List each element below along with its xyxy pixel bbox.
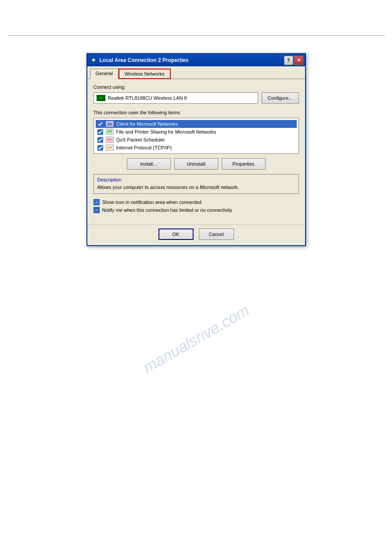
checkbox-icon-0: ✓ bbox=[94, 199, 100, 205]
title-bar-buttons: ? ✕ bbox=[284, 56, 303, 65]
action-buttons: Install... Uninstall Properties bbox=[94, 158, 299, 170]
item-checkbox-0[interactable] bbox=[97, 121, 103, 127]
network-icon bbox=[106, 121, 114, 127]
svg-rect-4 bbox=[108, 132, 111, 134]
bottom-checkboxes: ✓ Show icon in notification area when co… bbox=[94, 199, 299, 213]
adapter-icon bbox=[97, 95, 105, 101]
dialog-title: Local Area Connection 2 Properties bbox=[100, 57, 284, 63]
protocol-icon bbox=[106, 145, 114, 151]
bottom-check-row-1: ✓ Notify me when this connection has lim… bbox=[94, 207, 299, 213]
configure-button[interactable]: Configure... bbox=[262, 92, 299, 104]
watermark: manualsrive.com bbox=[140, 301, 252, 377]
title-icon: ✦ bbox=[90, 57, 97, 64]
top-rule bbox=[7, 35, 385, 36]
help-button[interactable]: ? bbox=[284, 56, 293, 65]
tab-bar: General Wireless Networks bbox=[87, 66, 305, 79]
items-list: Client for Microsoft Networks File and P… bbox=[94, 118, 299, 154]
connect-using-label: Connect using: bbox=[94, 84, 299, 90]
svg-rect-1 bbox=[108, 122, 111, 123]
list-item[interactable]: Client for Microsoft Networks bbox=[96, 120, 297, 128]
item-checkbox-2[interactable] bbox=[97, 137, 103, 143]
dialog-window: ✦ Local Area Connection 2 Properties ? ✕… bbox=[86, 53, 306, 246]
list-item[interactable]: File and Printer Sharing for Microsoft N… bbox=[96, 128, 297, 136]
description-legend: Description bbox=[97, 177, 295, 182]
title-bar: ✦ Local Area Connection 2 Properties ? ✕ bbox=[87, 54, 305, 66]
description-group: Description Allows your computer to acce… bbox=[94, 174, 299, 194]
list-item[interactable]: QoS Packet Scheduler bbox=[96, 136, 297, 144]
tab-general[interactable]: General bbox=[90, 69, 119, 79]
dialog-body: Connect using: Realtek RTL8188CU Wireles… bbox=[87, 79, 305, 225]
cancel-button[interactable]: Cancel bbox=[199, 229, 234, 240]
uninstall-button[interactable]: Uninstall bbox=[174, 158, 218, 170]
item-checkbox-3[interactable] bbox=[97, 145, 103, 151]
checkbox-icon-1: ✓ bbox=[94, 207, 100, 213]
close-button[interactable]: ✕ bbox=[294, 56, 303, 65]
list-item[interactable]: Internet Protocol (TCP/IP) bbox=[96, 144, 297, 152]
item-checkbox-1[interactable] bbox=[97, 129, 103, 135]
tab-wireless-networks[interactable]: Wireless Networks bbox=[119, 69, 171, 79]
ok-cancel-row: OK Cancel bbox=[87, 225, 305, 245]
svg-rect-3 bbox=[108, 130, 111, 131]
description-text: Allows your computer to access resources… bbox=[97, 184, 295, 191]
printer-icon bbox=[106, 129, 114, 135]
adapter-name: Realtek RTL8188CU Wireless LAN 8 bbox=[108, 95, 187, 101]
properties-button[interactable]: Properties bbox=[222, 158, 266, 170]
items-label: This connection uses the following items… bbox=[94, 110, 299, 115]
install-button[interactable]: Install... bbox=[127, 158, 171, 170]
adapter-box: Realtek RTL8188CU Wireless LAN 8 bbox=[94, 92, 258, 104]
bottom-check-row-0: ✓ Show icon in notification area when co… bbox=[94, 199, 299, 205]
connect-using-row: Realtek RTL8188CU Wireless LAN 8 Configu… bbox=[94, 92, 299, 104]
ok-button[interactable]: OK bbox=[158, 229, 194, 240]
qos-icon bbox=[106, 137, 114, 143]
